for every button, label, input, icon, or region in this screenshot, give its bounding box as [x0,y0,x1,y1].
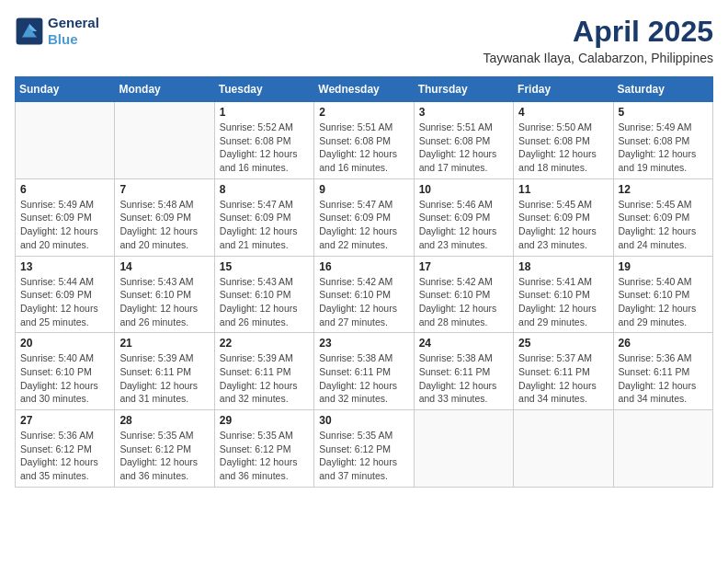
calendar-cell [514,410,613,488]
calendar-week-row: 1Sunrise: 5:52 AM Sunset: 6:08 PM Daylig… [16,102,713,179]
day-info: Sunrise: 5:49 AM Sunset: 6:08 PM Dayligh… [619,121,708,175]
day-number: 7 [119,183,209,196]
day-number: 1 [220,106,309,119]
day-info: Sunrise: 5:49 AM Sunset: 6:09 PM Dayligh… [20,198,109,252]
calendar-cell: 2Sunrise: 5:51 AM Sunset: 6:08 PM Daylig… [314,102,414,179]
calendar-cell: 12Sunrise: 5:45 AM Sunset: 6:09 PM Dayli… [613,178,712,256]
page-header: General Blue April 2025 Taywanak Ilaya, … [15,15,713,65]
calendar-header-row: SundayMondayTuesdayWednesdayThursdayFrid… [16,77,713,102]
title-block: April 2025 Taywanak Ilaya, Calabarzon, P… [483,15,713,65]
calendar-cell: 23Sunrise: 5:38 AM Sunset: 6:11 PM Dayli… [314,333,414,410]
day-number: 11 [518,183,608,196]
day-info: Sunrise: 5:51 AM Sunset: 6:08 PM Dayligh… [419,121,508,175]
day-number: 17 [419,260,508,273]
logo-text: General Blue [48,15,99,48]
day-info: Sunrise: 5:43 AM Sunset: 6:10 PM Dayligh… [220,275,309,329]
day-number: 4 [518,106,608,119]
calendar-cell: 6Sunrise: 5:49 AM Sunset: 6:09 PM Daylig… [16,178,115,256]
calendar-cell: 1Sunrise: 5:52 AM Sunset: 6:08 PM Daylig… [214,102,313,179]
month-title: April 2025 [483,15,713,49]
day-number: 6 [20,183,109,196]
day-info: Sunrise: 5:46 AM Sunset: 6:09 PM Dayligh… [419,198,508,252]
day-of-week-header: Friday [514,77,613,102]
day-info: Sunrise: 5:47 AM Sunset: 6:09 PM Dayligh… [319,198,408,252]
day-number: 3 [419,106,508,119]
day-number: 29 [220,414,309,427]
day-info: Sunrise: 5:41 AM Sunset: 6:10 PM Dayligh… [518,275,608,329]
logo-icon [15,17,44,46]
day-number: 8 [220,183,309,196]
calendar-cell: 30Sunrise: 5:35 AM Sunset: 6:12 PM Dayli… [314,410,414,488]
day-info: Sunrise: 5:52 AM Sunset: 6:08 PM Dayligh… [220,121,309,175]
calendar-cell [613,410,712,488]
calendar-cell: 10Sunrise: 5:46 AM Sunset: 6:09 PM Dayli… [414,178,513,256]
day-info: Sunrise: 5:51 AM Sunset: 6:08 PM Dayligh… [319,121,408,175]
day-number: 2 [319,106,408,119]
calendar-cell: 26Sunrise: 5:36 AM Sunset: 6:11 PM Dayli… [613,333,712,410]
day-of-week-header: Saturday [613,77,712,102]
day-info: Sunrise: 5:36 AM Sunset: 6:12 PM Dayligh… [20,429,109,483]
day-number: 18 [518,260,608,273]
day-info: Sunrise: 5:47 AM Sunset: 6:09 PM Dayligh… [220,198,309,252]
day-of-week-header: Wednesday [314,77,414,102]
calendar-cell: 3Sunrise: 5:51 AM Sunset: 6:08 PM Daylig… [414,102,513,179]
day-number: 22 [220,337,309,350]
day-info: Sunrise: 5:45 AM Sunset: 6:09 PM Dayligh… [619,198,708,252]
calendar-cell [115,102,214,179]
day-info: Sunrise: 5:38 AM Sunset: 6:11 PM Dayligh… [319,351,408,406]
day-info: Sunrise: 5:42 AM Sunset: 6:10 PM Dayligh… [319,275,408,329]
calendar-week-row: 27Sunrise: 5:36 AM Sunset: 6:12 PM Dayli… [16,410,713,488]
day-number: 13 [20,260,109,273]
day-info: Sunrise: 5:40 AM Sunset: 6:10 PM Dayligh… [20,351,109,406]
day-number: 20 [20,337,109,350]
calendar-cell: 9Sunrise: 5:47 AM Sunset: 6:09 PM Daylig… [314,178,414,256]
day-info: Sunrise: 5:35 AM Sunset: 6:12 PM Dayligh… [319,429,408,483]
calendar-cell: 8Sunrise: 5:47 AM Sunset: 6:09 PM Daylig… [214,178,313,256]
day-number: 5 [619,106,708,119]
calendar-week-row: 20Sunrise: 5:40 AM Sunset: 6:10 PM Dayli… [16,333,713,410]
day-number: 16 [319,260,408,273]
calendar-cell: 4Sunrise: 5:50 AM Sunset: 6:08 PM Daylig… [514,102,613,179]
day-info: Sunrise: 5:37 AM Sunset: 6:11 PM Dayligh… [518,351,608,406]
day-number: 28 [119,414,209,427]
calendar-cell: 7Sunrise: 5:48 AM Sunset: 6:09 PM Daylig… [115,178,214,256]
day-info: Sunrise: 5:35 AM Sunset: 6:12 PM Dayligh… [220,429,309,483]
day-info: Sunrise: 5:44 AM Sunset: 6:09 PM Dayligh… [20,275,109,329]
day-info: Sunrise: 5:50 AM Sunset: 6:08 PM Dayligh… [518,121,608,175]
day-number: 9 [319,183,408,196]
day-of-week-header: Thursday [414,77,513,102]
day-info: Sunrise: 5:39 AM Sunset: 6:11 PM Dayligh… [220,351,309,406]
day-number: 30 [319,414,408,427]
calendar-cell: 18Sunrise: 5:41 AM Sunset: 6:10 PM Dayli… [514,256,613,333]
calendar-cell: 27Sunrise: 5:36 AM Sunset: 6:12 PM Dayli… [16,410,115,488]
day-number: 26 [619,337,708,350]
day-number: 19 [619,260,708,273]
calendar-cell: 25Sunrise: 5:37 AM Sunset: 6:11 PM Dayli… [514,333,613,410]
day-number: 14 [119,260,209,273]
day-number: 24 [419,337,508,350]
day-info: Sunrise: 5:36 AM Sunset: 6:11 PM Dayligh… [619,351,708,406]
calendar-cell: 11Sunrise: 5:45 AM Sunset: 6:09 PM Dayli… [514,178,613,256]
calendar-cell: 20Sunrise: 5:40 AM Sunset: 6:10 PM Dayli… [16,333,115,410]
calendar-cell: 28Sunrise: 5:35 AM Sunset: 6:12 PM Dayli… [115,410,214,488]
calendar-cell [414,410,513,488]
calendar-cell: 24Sunrise: 5:38 AM Sunset: 6:11 PM Dayli… [414,333,513,410]
calendar-cell: 17Sunrise: 5:42 AM Sunset: 6:10 PM Dayli… [414,256,513,333]
calendar-cell: 29Sunrise: 5:35 AM Sunset: 6:12 PM Dayli… [214,410,313,488]
day-of-week-header: Sunday [16,77,115,102]
calendar-cell: 5Sunrise: 5:49 AM Sunset: 6:08 PM Daylig… [613,102,712,179]
calendar-week-row: 13Sunrise: 5:44 AM Sunset: 6:09 PM Dayli… [16,256,713,333]
day-number: 10 [419,183,508,196]
day-number: 25 [518,337,608,350]
day-info: Sunrise: 5:48 AM Sunset: 6:09 PM Dayligh… [119,198,209,252]
day-number: 21 [119,337,209,350]
calendar-cell: 16Sunrise: 5:42 AM Sunset: 6:10 PM Dayli… [314,256,414,333]
day-info: Sunrise: 5:43 AM Sunset: 6:10 PM Dayligh… [119,275,209,329]
day-number: 23 [319,337,408,350]
calendar-week-row: 6Sunrise: 5:49 AM Sunset: 6:09 PM Daylig… [16,178,713,256]
calendar-cell: 22Sunrise: 5:39 AM Sunset: 6:11 PM Dayli… [214,333,313,410]
day-number: 12 [619,183,708,196]
day-of-week-header: Monday [115,77,214,102]
calendar-cell: 15Sunrise: 5:43 AM Sunset: 6:10 PM Dayli… [214,256,313,333]
calendar-cell [16,102,115,179]
